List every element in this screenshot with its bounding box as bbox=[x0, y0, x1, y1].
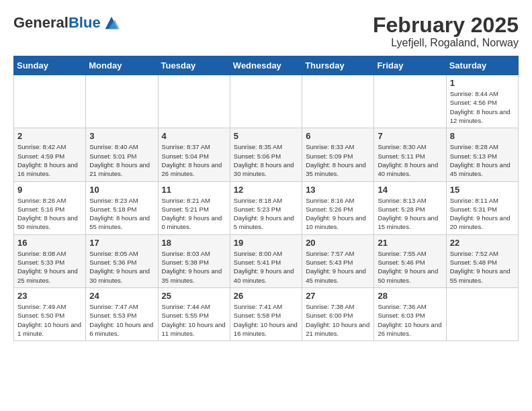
week-row-5: 23Sunrise: 7:49 AM Sunset: 5:50 PM Dayli… bbox=[14, 287, 519, 340]
weekday-header-friday: Friday bbox=[374, 56, 446, 75]
day-number: 3 bbox=[89, 131, 154, 141]
day-info: Sunrise: 8:11 AM Sunset: 5:31 PM Dayligh… bbox=[450, 196, 515, 232]
day-number: 27 bbox=[306, 291, 370, 301]
day-number: 24 bbox=[89, 291, 154, 301]
day-number: 7 bbox=[378, 131, 442, 141]
day-info: Sunrise: 8:08 AM Sunset: 5:33 PM Dayligh… bbox=[17, 249, 82, 285]
day-number: 28 bbox=[378, 291, 442, 301]
day-info: Sunrise: 8:13 AM Sunset: 5:28 PM Dayligh… bbox=[378, 196, 442, 232]
weekday-header-saturday: Saturday bbox=[446, 56, 518, 75]
day-cell: 5Sunrise: 8:35 AM Sunset: 5:06 PM Daylig… bbox=[230, 128, 302, 181]
logo-blue-text: Blue bbox=[69, 14, 101, 31]
day-number: 17 bbox=[89, 238, 154, 248]
day-cell: 17Sunrise: 8:05 AM Sunset: 5:36 PM Dayli… bbox=[86, 234, 158, 287]
day-info: Sunrise: 8:00 AM Sunset: 5:41 PM Dayligh… bbox=[234, 249, 298, 285]
day-number: 8 bbox=[450, 131, 515, 141]
day-info: Sunrise: 7:57 AM Sunset: 5:43 PM Dayligh… bbox=[306, 249, 370, 285]
day-cell bbox=[14, 75, 86, 128]
weekday-header-tuesday: Tuesday bbox=[158, 56, 230, 75]
day-number: 12 bbox=[234, 185, 298, 195]
day-number: 1 bbox=[450, 78, 515, 88]
day-number: 21 bbox=[378, 238, 442, 248]
day-cell: 19Sunrise: 8:00 AM Sunset: 5:41 PM Dayli… bbox=[230, 234, 302, 287]
day-cell: 3Sunrise: 8:40 AM Sunset: 5:01 PM Daylig… bbox=[86, 128, 158, 181]
day-cell: 14Sunrise: 8:13 AM Sunset: 5:28 PM Dayli… bbox=[374, 181, 446, 234]
day-cell: 8Sunrise: 8:28 AM Sunset: 5:13 PM Daylig… bbox=[446, 128, 518, 181]
day-cell: 22Sunrise: 7:52 AM Sunset: 5:48 PM Dayli… bbox=[446, 234, 518, 287]
day-cell: 27Sunrise: 7:38 AM Sunset: 6:00 PM Dayli… bbox=[302, 287, 374, 340]
day-info: Sunrise: 8:30 AM Sunset: 5:11 PM Dayligh… bbox=[378, 142, 442, 178]
day-cell bbox=[302, 75, 374, 128]
day-info: Sunrise: 7:36 AM Sunset: 6:03 PM Dayligh… bbox=[378, 302, 442, 338]
day-info: Sunrise: 8:26 AM Sunset: 5:16 PM Dayligh… bbox=[17, 196, 82, 232]
day-number: 23 bbox=[17, 291, 82, 301]
day-number: 18 bbox=[162, 238, 226, 248]
day-cell: 23Sunrise: 7:49 AM Sunset: 5:50 PM Dayli… bbox=[14, 287, 86, 340]
week-row-2: 2Sunrise: 8:42 AM Sunset: 4:59 PM Daylig… bbox=[14, 128, 519, 181]
day-number: 25 bbox=[162, 291, 226, 301]
day-cell: 26Sunrise: 7:41 AM Sunset: 5:58 PM Dayli… bbox=[230, 287, 302, 340]
day-number: 6 bbox=[306, 131, 370, 141]
day-cell: 11Sunrise: 8:21 AM Sunset: 5:21 PM Dayli… bbox=[158, 181, 230, 234]
day-cell: 18Sunrise: 8:03 AM Sunset: 5:38 PM Dayli… bbox=[158, 234, 230, 287]
weekday-header-sunday: Sunday bbox=[14, 56, 86, 75]
day-cell: 10Sunrise: 8:23 AM Sunset: 5:18 PM Dayli… bbox=[86, 181, 158, 234]
day-number: 16 bbox=[17, 238, 82, 248]
day-number: 13 bbox=[306, 185, 370, 195]
day-number: 15 bbox=[450, 185, 515, 195]
day-info: Sunrise: 8:35 AM Sunset: 5:06 PM Dayligh… bbox=[234, 142, 298, 178]
title-area: February 2025 Lyefjell, Rogaland, Norway bbox=[373, 13, 519, 49]
week-row-1: 1Sunrise: 8:44 AM Sunset: 4:56 PM Daylig… bbox=[14, 75, 519, 128]
location-title: Lyefjell, Rogaland, Norway bbox=[373, 37, 519, 49]
calendar-table: SundayMondayTuesdayWednesdayThursdayFrid… bbox=[13, 56, 519, 341]
day-cell bbox=[86, 75, 158, 128]
day-number: 9 bbox=[17, 185, 82, 195]
week-row-4: 16Sunrise: 8:08 AM Sunset: 5:33 PM Dayli… bbox=[14, 234, 519, 287]
day-cell: 15Sunrise: 8:11 AM Sunset: 5:31 PM Dayli… bbox=[446, 181, 518, 234]
day-cell: 1Sunrise: 8:44 AM Sunset: 4:56 PM Daylig… bbox=[446, 75, 518, 128]
day-info: Sunrise: 8:03 AM Sunset: 5:38 PM Dayligh… bbox=[162, 249, 226, 285]
day-cell: 21Sunrise: 7:55 AM Sunset: 5:46 PM Dayli… bbox=[374, 234, 446, 287]
day-number: 4 bbox=[162, 131, 226, 141]
day-info: Sunrise: 7:38 AM Sunset: 6:00 PM Dayligh… bbox=[306, 302, 370, 338]
day-cell: 6Sunrise: 8:33 AM Sunset: 5:09 PM Daylig… bbox=[302, 128, 374, 181]
day-number: 19 bbox=[234, 238, 298, 248]
day-number: 5 bbox=[234, 131, 298, 141]
day-number: 10 bbox=[89, 185, 154, 195]
day-info: Sunrise: 8:21 AM Sunset: 5:21 PM Dayligh… bbox=[162, 196, 226, 232]
day-cell: 13Sunrise: 8:16 AM Sunset: 5:26 PM Dayli… bbox=[302, 181, 374, 234]
day-cell: 12Sunrise: 8:18 AM Sunset: 5:23 PM Dayli… bbox=[230, 181, 302, 234]
day-number: 11 bbox=[162, 185, 226, 195]
day-number: 2 bbox=[17, 131, 82, 141]
day-info: Sunrise: 8:23 AM Sunset: 5:18 PM Dayligh… bbox=[89, 196, 154, 232]
day-info: Sunrise: 7:49 AM Sunset: 5:50 PM Dayligh… bbox=[17, 302, 82, 338]
day-cell: 24Sunrise: 7:47 AM Sunset: 5:53 PM Dayli… bbox=[86, 287, 158, 340]
logo: GeneralBlue bbox=[13, 13, 121, 32]
day-info: Sunrise: 7:41 AM Sunset: 5:58 PM Dayligh… bbox=[234, 302, 298, 338]
day-info: Sunrise: 8:33 AM Sunset: 5:09 PM Dayligh… bbox=[306, 142, 370, 178]
day-cell bbox=[446, 287, 518, 340]
day-number: 26 bbox=[234, 291, 298, 301]
day-cell: 9Sunrise: 8:26 AM Sunset: 5:16 PM Daylig… bbox=[14, 181, 86, 234]
day-info: Sunrise: 7:55 AM Sunset: 5:46 PM Dayligh… bbox=[378, 249, 442, 285]
day-info: Sunrise: 8:05 AM Sunset: 5:36 PM Dayligh… bbox=[89, 249, 154, 285]
day-info: Sunrise: 7:47 AM Sunset: 5:53 PM Dayligh… bbox=[89, 302, 154, 338]
day-number: 20 bbox=[306, 238, 370, 248]
day-cell bbox=[158, 75, 230, 128]
logo-general-text: General bbox=[13, 14, 69, 31]
day-info: Sunrise: 8:37 AM Sunset: 5:04 PM Dayligh… bbox=[162, 142, 226, 178]
week-row-3: 9Sunrise: 8:26 AM Sunset: 5:16 PM Daylig… bbox=[14, 181, 519, 234]
weekday-header-row: SundayMondayTuesdayWednesdayThursdayFrid… bbox=[14, 56, 519, 75]
day-cell: 2Sunrise: 8:42 AM Sunset: 4:59 PM Daylig… bbox=[14, 128, 86, 181]
day-info: Sunrise: 8:16 AM Sunset: 5:26 PM Dayligh… bbox=[306, 196, 370, 232]
day-info: Sunrise: 7:52 AM Sunset: 5:48 PM Dayligh… bbox=[450, 249, 515, 285]
day-number: 22 bbox=[450, 238, 515, 248]
month-title: February 2025 bbox=[373, 13, 519, 37]
day-info: Sunrise: 8:18 AM Sunset: 5:23 PM Dayligh… bbox=[234, 196, 298, 232]
day-info: Sunrise: 8:40 AM Sunset: 5:01 PM Dayligh… bbox=[89, 142, 154, 178]
day-cell: 20Sunrise: 7:57 AM Sunset: 5:43 PM Dayli… bbox=[302, 234, 374, 287]
day-cell: 4Sunrise: 8:37 AM Sunset: 5:04 PM Daylig… bbox=[158, 128, 230, 181]
day-cell: 28Sunrise: 7:36 AM Sunset: 6:03 PM Dayli… bbox=[374, 287, 446, 340]
day-info: Sunrise: 7:44 AM Sunset: 5:55 PM Dayligh… bbox=[162, 302, 226, 338]
logo-icon bbox=[102, 13, 121, 32]
